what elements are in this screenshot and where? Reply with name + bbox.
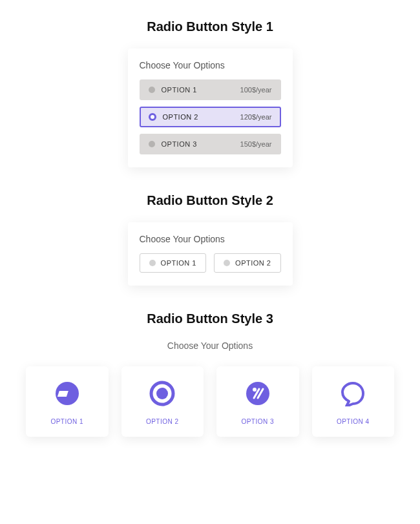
radio-icon: [149, 260, 156, 266]
option-price: 150$/year: [240, 140, 272, 148]
tools-icon: [245, 381, 271, 406]
section-title: Radio Button Style 2: [26, 193, 394, 208]
radio-option-1[interactable]: OPTION 1 100$/year: [140, 79, 281, 100]
radio-icon: [149, 141, 155, 147]
option-label: OPTION 2: [163, 113, 198, 121]
option-label: OPTION 2: [127, 418, 199, 425]
style1-card: Choose Your Options OPTION 1 100$/year O…: [128, 48, 293, 167]
style2-card: Choose Your Options OPTION 1 OPTION 2: [128, 222, 293, 286]
option-label: OPTION 1: [31, 418, 103, 425]
svg-rect-1: [58, 391, 68, 397]
radio-tile-4[interactable]: OPTION 4: [312, 366, 395, 437]
svg-point-4: [246, 382, 269, 405]
section-style-1: Radio Button Style 1 Choose Your Options…: [26, 19, 394, 167]
option-label: OPTION 3: [222, 418, 294, 425]
section-title: Radio Button Style 1: [26, 19, 394, 34]
option-label: OPTION 3: [162, 140, 197, 148]
radio-option-2[interactable]: OPTION 2 120$/year: [140, 107, 281, 127]
diamond-icon: [54, 381, 80, 406]
radio-icon: [149, 87, 155, 93]
comment-loop-icon: [340, 381, 366, 406]
radio-tile-1[interactable]: OPTION 1: [26, 366, 109, 437]
radio-option-3[interactable]: OPTION 3 150$/year: [140, 134, 281, 154]
radio-option-1[interactable]: OPTION 1: [140, 253, 207, 273]
section-title: Radio Button Style 3: [26, 311, 394, 326]
option-label: OPTION 4: [317, 418, 390, 425]
section-style-2: Radio Button Style 2 Choose Your Options…: [26, 193, 394, 286]
radio-icon: [224, 260, 230, 266]
radio-tile-3[interactable]: OPTION 3: [216, 366, 299, 437]
svg-point-3: [156, 388, 168, 399]
radio-tile-2[interactable]: OPTION 2: [121, 366, 204, 437]
card-subtitle: Choose Your Options: [140, 60, 281, 70]
option-label: OPTION 2: [235, 259, 271, 267]
option-label: OPTION 1: [162, 86, 197, 94]
card-subtitle: Choose Your Options: [140, 234, 281, 244]
card-subtitle: Choose Your Options: [26, 341, 394, 351]
circle-swirl-icon: [149, 381, 175, 406]
option-price: 120$/year: [240, 113, 272, 121]
svg-point-5: [253, 388, 257, 392]
radio-selected-icon: [149, 113, 156, 121]
option-price: 100$/year: [240, 86, 272, 94]
section-style-3: Radio Button Style 3 Choose Your Options…: [26, 311, 394, 437]
option-label: OPTION 1: [161, 259, 196, 267]
radio-option-2[interactable]: OPTION 2: [214, 253, 281, 273]
